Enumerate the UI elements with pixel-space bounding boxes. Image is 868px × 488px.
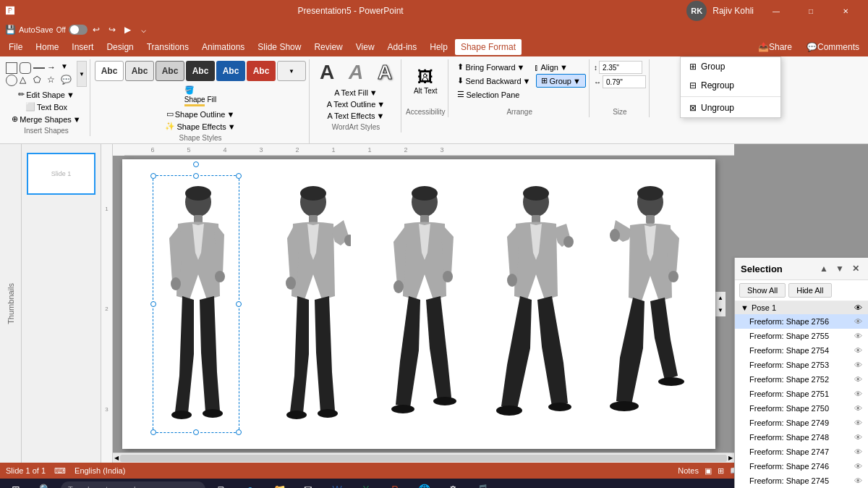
qat-undo-button[interactable]: ↩ xyxy=(89,22,103,37)
shape-rect[interactable] xyxy=(6,62,17,74)
bring-forward-button[interactable]: ⬆ Bring Forward ▼ xyxy=(453,61,529,73)
maximize-button[interactable]: □ xyxy=(794,0,827,22)
menu-view[interactable]: View xyxy=(350,39,380,55)
menu-transitions[interactable]: Transitions xyxy=(141,39,195,55)
shape-outline-button[interactable]: ▭ Shape Outline ▼ xyxy=(163,108,238,120)
minimize-button[interactable]: — xyxy=(760,0,793,22)
dropdown-group-item[interactable]: ⊞ Group xyxy=(681,57,780,76)
list-item-2749[interactable]: Freeform: Shape 2749 👁 xyxy=(735,416,868,430)
vertical-scrollbar[interactable]: ▲ ▼ xyxy=(715,292,726,316)
scroll-left-button[interactable]: ◀ xyxy=(114,455,119,461)
visibility-2748[interactable]: 👁 xyxy=(854,433,862,442)
figure-2[interactable] xyxy=(271,180,351,428)
visibility-2751[interactable]: 👁 xyxy=(854,390,862,398)
list-item-2748[interactable]: Freeform: Shape 2748 👁 xyxy=(735,430,868,445)
visibility-2750[interactable]: 👁 xyxy=(854,404,862,413)
shape-callout[interactable]: 💬 xyxy=(61,75,72,86)
start-button[interactable]: ⊞ xyxy=(3,480,29,488)
menu-review[interactable]: Review xyxy=(308,39,348,55)
file-explorer-button[interactable]: 📁 xyxy=(266,480,292,488)
text-box-button[interactable]: ⬜ Text Box xyxy=(22,101,70,113)
hide-all-button[interactable]: Hide All xyxy=(788,283,831,298)
word-button[interactable]: W xyxy=(324,480,350,488)
shape-triangle[interactable]: △ xyxy=(20,75,31,86)
shape-style-5[interactable]: Abc xyxy=(216,61,245,81)
share-button[interactable]: 📤 Share xyxy=(752,39,798,55)
shape-style-3[interactable]: Abc xyxy=(156,61,184,81)
figure-4[interactable] xyxy=(494,180,574,428)
qat-present-button[interactable]: ▶ xyxy=(121,22,135,37)
wordart-style-2[interactable]: A xyxy=(343,61,369,84)
wordart-style-3[interactable]: A xyxy=(372,61,398,84)
text-outline-button[interactable]: A Text Outline ▼ xyxy=(323,98,389,110)
h-scroll-thumb[interactable] xyxy=(120,455,727,462)
browser-button[interactable]: 🌐 xyxy=(411,480,437,488)
list-item-2752[interactable]: Freeform: Shape 2752 👁 xyxy=(735,372,868,387)
autosave-switch[interactable] xyxy=(69,25,88,35)
shape-star[interactable]: ☆ xyxy=(47,75,59,86)
visibility-2749[interactable]: 👁 xyxy=(854,418,862,427)
group-visibility-icon[interactable]: 👁 xyxy=(854,303,862,312)
list-item-2754[interactable]: Freeform: Shape 2754 👁 xyxy=(735,343,868,358)
menu-file[interactable]: File xyxy=(3,39,28,55)
user-avatar[interactable]: RK xyxy=(686,1,707,21)
panel-close-button[interactable]: ✕ xyxy=(849,262,862,275)
handle-mr[interactable] xyxy=(236,301,242,307)
edit-shape-button[interactable]: ✏ Edit Shape ▼ xyxy=(15,88,77,101)
scroll-down-button[interactable]: ▼ xyxy=(716,306,725,315)
shape-styles-more[interactable]: ▼ xyxy=(277,61,306,81)
app2-button[interactable]: ⚙ xyxy=(440,480,466,488)
panel-nav-down[interactable]: ▼ xyxy=(833,262,846,275)
menu-animations[interactable]: Animations xyxy=(196,39,250,55)
handle-bc[interactable] xyxy=(193,429,199,435)
shape-effects-button[interactable]: ✨ Shape Effects ▼ xyxy=(162,120,238,132)
slide-thumbnail-1[interactable]: Slide 1 xyxy=(27,153,95,195)
figure-1-selected[interactable] xyxy=(153,175,239,433)
normal-view-button[interactable]: ▣ xyxy=(705,466,712,476)
mail-button[interactable]: ✉ xyxy=(295,480,321,488)
shape-pentagon[interactable]: ⬠ xyxy=(33,75,45,86)
menu-addins[interactable]: Add-ins xyxy=(382,39,423,55)
figure-5[interactable] xyxy=(605,180,685,428)
list-item-2755[interactable]: Freeform: Shape 2755 👁 xyxy=(735,329,868,343)
dropdown-ungroup-item[interactable]: ⊠ Ungroup xyxy=(681,98,780,117)
visibility-2746[interactable]: 👁 xyxy=(854,462,862,471)
handle-bl[interactable] xyxy=(150,429,156,435)
task-view-button[interactable]: ⧉ xyxy=(208,480,234,488)
shape-more[interactable]: ▼ xyxy=(61,62,72,74)
text-fill-button[interactable]: A Text Fill ▼ xyxy=(330,87,382,98)
autosave-toggle[interactable]: AutoSave Off xyxy=(19,25,88,35)
menu-shapeformat[interactable]: Shape Format xyxy=(455,39,522,55)
shape-arrow[interactable]: → xyxy=(47,62,59,74)
slide-canvas[interactable] xyxy=(122,159,715,449)
merge-shapes-button[interactable]: ⊕ Merge Shapes ▼ xyxy=(9,113,83,125)
width-input[interactable] xyxy=(603,75,646,88)
show-all-button[interactable]: Show All xyxy=(739,283,786,298)
handle-br[interactable] xyxy=(236,429,242,435)
search-button[interactable]: 🔍 xyxy=(32,480,58,488)
comments-button[interactable]: 💬 Comments xyxy=(801,39,865,55)
menu-home[interactable]: Home xyxy=(30,39,64,55)
handle-ml[interactable] xyxy=(150,301,156,307)
figure-3[interactable] xyxy=(383,180,462,428)
qat-customize-button[interactable]: ⌵ xyxy=(137,22,151,37)
visibility-2745[interactable]: 👁 xyxy=(854,476,862,485)
qat-save-button[interactable]: 💾 xyxy=(3,22,17,37)
list-item-2746[interactable]: Freeform: Shape 2746 👁 xyxy=(735,459,868,474)
menu-slideshow[interactable]: Slide Show xyxy=(252,39,307,55)
shape-line[interactable] xyxy=(33,62,45,74)
list-item-2745[interactable]: Freeform: Shape 2745 👁 xyxy=(735,474,868,488)
menu-insert[interactable]: Insert xyxy=(66,39,99,55)
app3-button[interactable]: 🎵 xyxy=(469,480,495,488)
wordart-style-1[interactable]: A xyxy=(314,61,340,84)
handle-tc[interactable] xyxy=(193,173,199,179)
list-item-2751[interactable]: Freeform: Shape 2751 👁 xyxy=(735,387,868,401)
visibility-2755[interactable]: 👁 xyxy=(854,332,862,340)
shape-fill-button[interactable]: 🪣 Shape Fill xyxy=(182,84,219,108)
panel-nav-up[interactable]: ▲ xyxy=(817,262,830,275)
excel-button[interactable]: X xyxy=(353,480,379,488)
visibility-2756[interactable]: 👁 xyxy=(854,317,862,326)
list-item-2756[interactable]: Freeform: Shape 2756 👁 xyxy=(735,314,868,329)
shapes-expand-button[interactable]: ▼ xyxy=(77,61,87,87)
list-item-2747[interactable]: Freeform: Shape 2747 👁 xyxy=(735,445,868,459)
